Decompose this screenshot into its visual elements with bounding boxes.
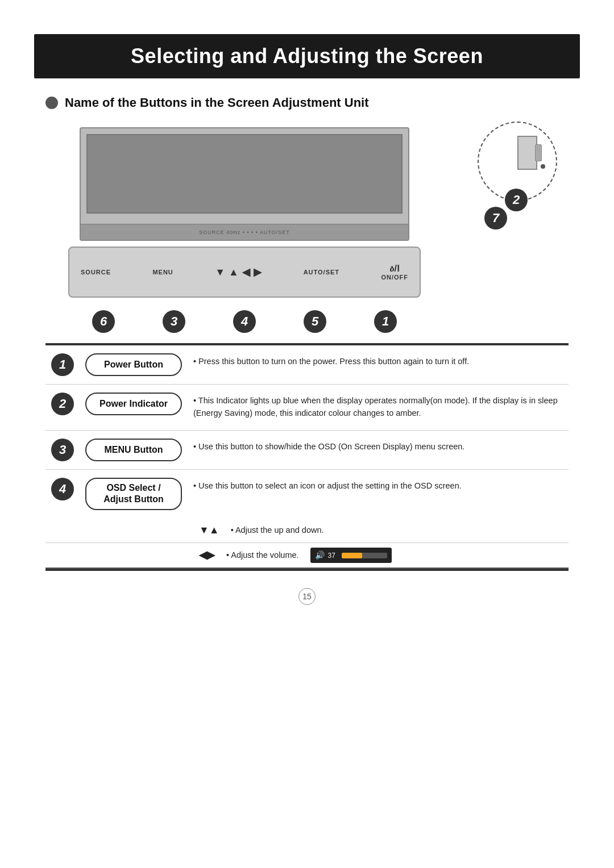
source-label: SOURCE xyxy=(81,269,111,276)
monitor-base-strip: SOURCE 40Hz • • • • AUTO/SET xyxy=(81,224,408,240)
badge-5: 5 xyxy=(304,310,326,333)
on-off-symbol: ዕ/I xyxy=(389,264,400,274)
desc-row-menu-button: 3 MENU Button • Use this button to show/… xyxy=(45,431,569,470)
section-title: Name of the Buttons in the Screen Adjust… xyxy=(65,95,369,110)
section-header: Name of the Buttons in the Screen Adjust… xyxy=(45,95,569,110)
auto-set-label: AUTO/SET xyxy=(304,269,339,276)
volume-speaker-icon: 🔊 xyxy=(315,549,325,561)
badge-2: 2 xyxy=(505,189,528,211)
menu-button-desc: • Use this button to show/hide the OSD (… xyxy=(193,439,569,456)
number-badge-2: 2 xyxy=(505,189,528,211)
control-labels: SOURCE MENU ▼ ▲ ◀ ▶ AUTO/SET ዕ/I ON/OFF xyxy=(81,264,408,281)
control-panel: SOURCE MENU ▼ ▲ ◀ ▶ AUTO/SET ዕ/I ON/OFF xyxy=(68,247,421,298)
desc-number-1: 1 xyxy=(51,353,74,376)
updown-text: • Adjust the up and down. xyxy=(231,524,324,537)
volume-number: 37 xyxy=(328,550,338,561)
source-label-group: SOURCE xyxy=(81,269,111,276)
osd-use-text: • Use this button to select an icon or a… xyxy=(193,480,569,493)
menu-button-label: MENU Button xyxy=(85,439,182,461)
monitor-screen xyxy=(86,134,403,214)
osd-button-label: OSD Select / Adjust Button xyxy=(85,478,182,511)
on-off-text: ON/OFF xyxy=(381,274,408,281)
number-badge-7: 7 xyxy=(484,207,507,229)
desc-row-power-button: 1 Power Button • Press this button to tu… xyxy=(45,345,569,385)
power-button-label: Power Button xyxy=(85,353,182,376)
badge-2-desc: 2 xyxy=(51,393,74,415)
updown-arrows-icon: ▼▲ xyxy=(199,523,219,538)
volume-arrows-icon: ◀▶ xyxy=(199,548,215,563)
volume-bar: 🔊 37 xyxy=(310,548,392,563)
desc-number-2: 2 xyxy=(51,393,74,415)
volume-text: • Adjust the volume. xyxy=(226,549,299,562)
menu-label: MENU xyxy=(152,269,173,276)
auto-set-label-group: AUTO/SET xyxy=(304,269,339,276)
on-off-group: ዕ/I ON/OFF xyxy=(381,264,408,281)
page-number-circle: 15 xyxy=(298,588,316,605)
page-number-area: 15 xyxy=(0,588,614,605)
badge-4-desc: 4 xyxy=(51,478,74,500)
badge-3-desc: 3 xyxy=(51,439,74,461)
sub-content-volume: ◀▶ • Adjust the volume. 🔊 37 xyxy=(199,548,569,563)
volume-fill xyxy=(342,553,362,558)
desc-number-3: 3 xyxy=(51,439,74,461)
badge-1: 1 xyxy=(374,310,397,333)
arrows-icon: ▼ ▲ ◀ ▶ xyxy=(215,266,262,278)
badge-6: 6 xyxy=(92,310,115,333)
badge-7: 7 xyxy=(484,207,507,229)
desc-number-4: 4 xyxy=(51,478,74,500)
desc-row-osd-button: 4 OSD Select / Adjust Button • Use this … xyxy=(45,470,569,519)
callout-dot-small xyxy=(541,164,545,169)
monitor-strip-text: SOURCE 40Hz • • • • AUTO/SET xyxy=(199,229,289,235)
callout-button-side xyxy=(535,144,542,161)
desc-row-power-indicator: 2 Power Indicator • This Indicator light… xyxy=(45,385,569,431)
monitor-diagram: SOURCE 40Hz • • • • AUTO/SET 2 7 SOURCE … xyxy=(45,122,569,303)
arrows-group: ▼ ▲ ◀ ▶ xyxy=(215,266,262,278)
sub-content-updown: ▼▲ • Adjust the up and down. xyxy=(199,523,569,538)
on-off-label: ዕ/I ON/OFF xyxy=(381,264,408,281)
monitor-body: SOURCE 40Hz • • • • AUTO/SET xyxy=(80,127,409,241)
power-button-desc: • Press this button to turn on the power… xyxy=(193,353,569,370)
bottom-divider xyxy=(45,569,569,571)
callout-rectangle xyxy=(517,136,537,170)
badge-4: 4 xyxy=(233,310,256,333)
power-indicator-desc: • This Indicator lights up blue when the… xyxy=(193,393,569,422)
badge-1-desc: 1 xyxy=(51,353,74,376)
osd-button-desc: • Use this button to select an icon or a… xyxy=(193,478,569,497)
description-table: 1 Power Button • Press this button to tu… xyxy=(45,345,569,569)
page-title: Selecting and Adjusting the Screen xyxy=(34,34,580,78)
sub-row-updown: ▼▲ • Adjust the up and down. xyxy=(45,518,569,543)
menu-label-group: MENU xyxy=(152,269,173,276)
volume-track xyxy=(342,553,387,558)
badge-3: 3 xyxy=(163,310,185,333)
section-dot-icon xyxy=(45,97,58,109)
panel-number-row: 6 3 4 5 1 xyxy=(68,310,421,333)
callout-inner xyxy=(497,136,537,187)
power-indicator-label: Power Indicator xyxy=(85,393,182,415)
sub-row-volume: ◀▶ • Adjust the volume. 🔊 37 xyxy=(45,543,569,567)
